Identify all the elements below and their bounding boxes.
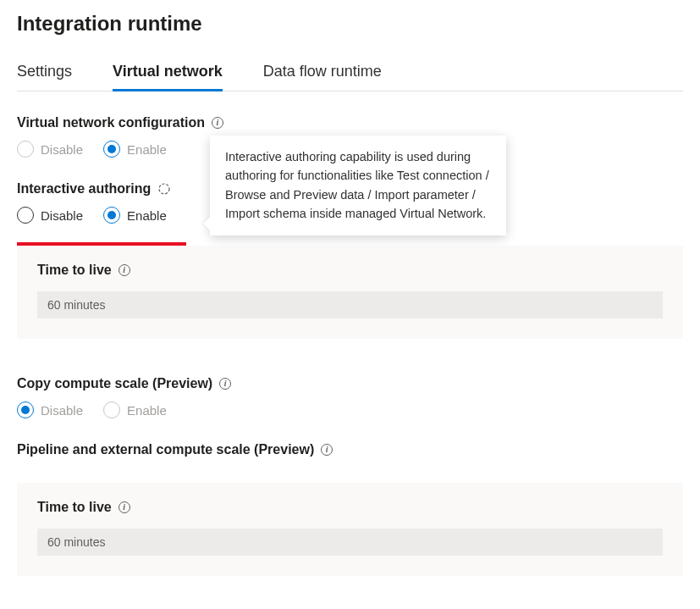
page-title: Integration runtime bbox=[17, 12, 683, 36]
info-icon[interactable]: i bbox=[321, 444, 333, 456]
info-icon[interactable]: i bbox=[212, 117, 223, 129]
copy-compute-enable-radio[interactable]: Enable bbox=[103, 401, 167, 418]
info-icon[interactable]: i bbox=[119, 264, 130, 276]
vnet-config-label: Virtual network configuration bbox=[17, 115, 205, 130]
ttl-label: Time to live bbox=[37, 500, 112, 515]
svg-point-0 bbox=[159, 184, 169, 194]
tabs: Settings Virtual network Data flow runti… bbox=[17, 63, 683, 91]
ttl-input[interactable] bbox=[37, 529, 663, 556]
copy-compute-label: Copy compute scale (Preview) bbox=[17, 376, 212, 391]
info-icon[interactable]: i bbox=[119, 501, 130, 513]
tab-data-flow-runtime[interactable]: Data flow runtime bbox=[263, 63, 382, 91]
info-icon[interactable]: i bbox=[219, 378, 231, 390]
vnet-enable-radio[interactable]: Enable bbox=[103, 141, 167, 158]
radio-label: Enable bbox=[127, 142, 167, 157]
interactive-authoring-label: Interactive authoring bbox=[17, 181, 151, 197]
authoring-disable-radio[interactable]: Disable bbox=[17, 207, 83, 224]
tab-settings[interactable]: Settings bbox=[17, 63, 72, 91]
radio-label: Disable bbox=[41, 208, 83, 223]
radio-label: Enable bbox=[127, 208, 167, 223]
ttl-panel: Time to live i bbox=[17, 246, 683, 339]
ttl-panel-2: Time to live i bbox=[17, 483, 683, 576]
ttl-label: Time to live bbox=[37, 263, 112, 278]
tab-virtual-network[interactable]: Virtual network bbox=[113, 63, 223, 91]
radio-label: Enable bbox=[127, 403, 167, 418]
copy-compute-disable-radio[interactable]: Disable bbox=[17, 401, 83, 418]
ttl-input[interactable] bbox=[37, 291, 663, 318]
radio-label: Disable bbox=[41, 142, 83, 157]
spinner-icon bbox=[157, 182, 171, 196]
pipeline-external-label: Pipeline and external compute scale (Pre… bbox=[17, 442, 314, 457]
vnet-disable-radio[interactable]: Disable bbox=[17, 141, 83, 158]
pipeline-external-section: Pipeline and external compute scale (Pre… bbox=[17, 442, 683, 468]
copy-compute-section: Copy compute scale (Preview) i Disable E… bbox=[17, 376, 683, 418]
authoring-enable-radio[interactable]: Enable bbox=[103, 207, 167, 224]
interactive-authoring-tooltip: Interactive authoring capability is used… bbox=[210, 136, 506, 235]
radio-label: Disable bbox=[41, 403, 83, 418]
